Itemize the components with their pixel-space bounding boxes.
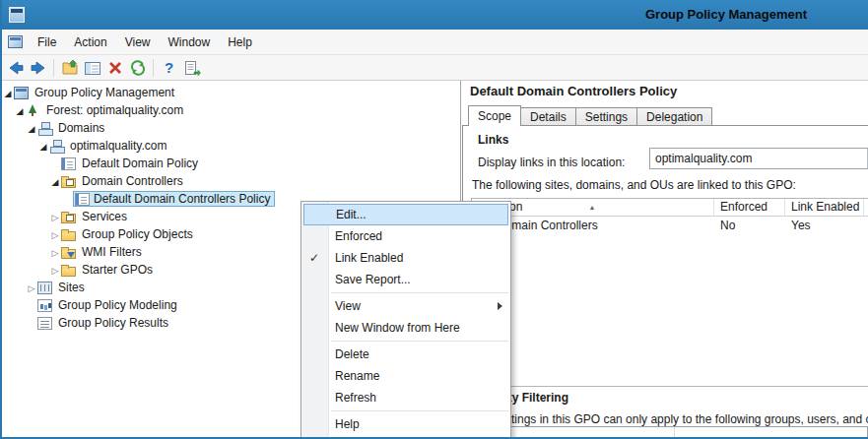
results-icon [37,317,52,330]
context-menu-item-refresh[interactable]: Refresh [301,387,510,408]
window-border-left [0,0,2,439]
context-menu-item-link-enabled[interactable]: ✓ Link Enabled [301,247,510,269]
folder-icon [61,231,76,241]
context-menu: Edit... Enforced ✓ Link Enabled Save Rep… [300,201,511,438]
row-location: Domain Controllers [497,219,598,232]
expand-icon[interactable] [49,210,61,223]
gpo-icon [75,193,90,206]
context-menu-item-new-window[interactable]: New Window from Here [301,317,510,339]
menu-separator [331,341,508,342]
ou-folder-icon [61,178,76,188]
context-menu-item-help[interactable]: Help [301,413,510,435]
expand-icon[interactable] [26,121,37,135]
expand-icon[interactable] [49,227,61,241]
tree-item-label: Group Policy Modeling [55,297,180,313]
context-menu-item-view[interactable]: View [301,295,510,317]
sort-asc-icon: ▲ [589,199,596,216]
row-link-enabled: Yes [785,219,864,232]
domain-icon [49,140,64,153]
tree-item-label: Sites [55,280,88,295]
tree-item-domain-controllers[interactable]: Domain Controllers [0,172,460,190]
back-icon[interactable] [4,57,27,79]
tab-settings[interactable]: Settings [575,107,637,126]
expand-icon[interactable] [2,86,14,99]
row-enforced: No [714,219,785,232]
tree-item-label: Services [79,209,130,224]
console-tree-icon[interactable] [81,57,103,79]
help-icon[interactable]: ? [158,57,180,79]
linked-gpo-caption: The following sites, domains, and OUs ar… [472,178,796,192]
menu-view[interactable]: View [116,31,160,53]
column-header-enforced[interactable]: Enforced [714,199,785,216]
refresh-icon[interactable] [126,57,149,79]
security-filtering-caption: The settings in this GPO can only apply … [472,412,868,426]
tree-item-label: Domains [55,120,107,136]
context-menu-item-rename[interactable]: Rename [301,365,510,387]
gpo-title: Default Domain Controllers Policy [470,84,677,98]
export-list-icon[interactable] [180,57,203,79]
tree-item-label: optimalquality.com [67,138,169,154]
location-dropdown[interactable]: optimalquality.com [649,148,868,169]
toolbar-separator [153,59,154,77]
tree-item-group-policy-management[interactable]: Group Policy Management [0,84,460,101]
context-menu-item-enforced[interactable]: Enforced [301,225,510,247]
tree-item-default-domain-policy[interactable]: Default Domain Policy [0,155,460,172]
links-heading: Links [478,133,508,147]
forward-icon[interactable] [27,57,49,79]
table-row[interactable]: Domain Controllers No Yes [472,217,868,233]
menu-file[interactable]: File [29,31,65,53]
gpm-console-icon [14,87,29,99]
display-links-label: Display links in this location: [478,156,625,169]
tab-scope[interactable]: Scope [468,105,521,126]
app-icon [9,7,25,23]
context-menu-item-save-report[interactable]: Save Report... [301,269,510,290]
tree-item-label: Group Policy Management [32,85,177,100]
gpmc-window: Group Policy Management File Action View… [0,0,868,439]
expand-icon[interactable] [49,263,61,277]
tree-item-label: Group Policy Objects [79,226,196,242]
details-pane: Default Domain Controllers Policy Scope … [461,81,868,439]
links-table: Location ▲ Enforced Link Enabled Domain … [471,198,868,387]
tree-item-label: Starter GPOs [79,262,156,278]
menu-action[interactable]: Action [65,31,115,53]
window-title: Group Policy Management [645,7,807,22]
delete-icon[interactable] [103,57,126,79]
tree-item-label: Group Policy Results [55,315,171,331]
tree-item-label: Default Domain Controllers Policy [92,192,272,206]
wmi-filter-icon [61,249,76,259]
tree-item-label: WMI Filters [79,244,145,260]
location-dropdown-value: optimalquality.com [655,152,752,165]
tree-item-forest[interactable]: Forest: optimalquality.com [0,101,460,119]
title-bar: Group Policy Management [0,0,868,30]
expand-icon[interactable] [14,103,26,117]
gpo-icon [61,157,76,170]
menu-window[interactable]: Window [160,31,220,53]
toolbar: ? [0,55,868,81]
forest-icon [26,104,40,117]
expand-icon[interactable] [49,245,61,259]
menu-separator [331,292,508,293]
up-level-icon[interactable] [58,57,81,79]
expand-icon[interactable] [26,281,37,294]
column-header-link-enabled[interactable]: Link Enabled [785,199,864,216]
context-menu-item-edit[interactable]: Edit... [303,204,508,225]
sites-icon [37,282,52,294]
tab-details[interactable]: Details [520,107,576,126]
expand-icon[interactable] [37,139,49,153]
console-icon[interactable] [8,35,23,48]
scope-tab-page: Links Display links in this location: op… [462,125,868,439]
tab-delegation[interactable]: Delegation [636,107,712,126]
modeling-icon [37,299,52,312]
expand-icon[interactable] [49,174,61,188]
tab-strip: Scope Details Settings Delegation [468,105,711,126]
menu-help[interactable]: Help [219,31,261,53]
links-table-header: Location ▲ Enforced Link Enabled [472,199,868,217]
toolbar-separator [53,59,54,77]
menu-separator [331,410,508,411]
context-menu-item-delete[interactable]: Delete [301,344,510,365]
tree-item-domains[interactable]: Domains [0,119,460,137]
tree-item-domain-optimalquality[interactable]: optimalquality.com [0,137,460,155]
selected-tree-item[interactable]: Default Domain Controllers Policy [73,191,275,207]
domains-icon [37,122,52,135]
tree-item-label: Default Domain Policy [79,156,201,171]
